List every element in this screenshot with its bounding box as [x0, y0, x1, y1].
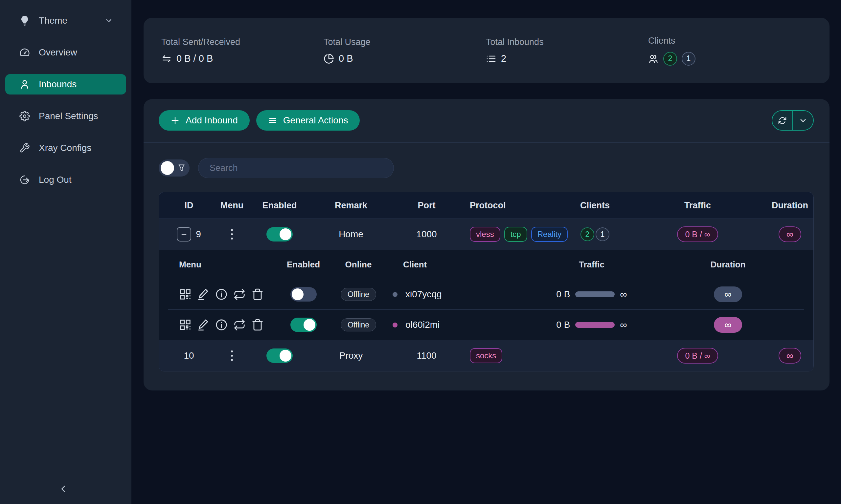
client-row-ol60i2mi: Offline ol60i2mi 0 B ∞ ∞ [159, 310, 813, 340]
duration-pill: ∞ [778, 348, 801, 363]
inbounds-card: Add Inbound General Actions [143, 99, 829, 391]
online-status-badge: Offline [341, 288, 376, 301]
inbound-enabled-toggle[interactable] [267, 348, 293, 363]
col-header-traffic: Traffic [630, 200, 766, 211]
info-icon[interactable] [215, 288, 228, 301]
toggle-knob [161, 161, 174, 175]
chevron-left-icon [58, 483, 69, 494]
reset-traffic-icon[interactable] [233, 288, 246, 301]
general-actions-button[interactable]: General Actions [256, 110, 360, 131]
delete-icon[interactable] [251, 319, 264, 331]
sidebar-item-label: Inbounds [39, 79, 76, 90]
protocol-badge-vless: vless [470, 227, 500, 242]
col-header-remark: Remark [314, 200, 388, 211]
stat-value: 0 B [339, 53, 353, 64]
inbound-id: 9 [196, 229, 201, 239]
sidebar-item-inbounds[interactable]: Inbounds [5, 74, 126, 94]
stat-total-sent-received: Total Sent/Received 0 B / 0 B [161, 37, 324, 64]
search-input[interactable] [198, 158, 394, 178]
stat-label: Clients [648, 36, 810, 46]
col-header-duration: Duration [766, 200, 814, 211]
inbounds-table: ID Menu Enabled Remark Port Protocol Cli… [159, 192, 814, 372]
subcol-header-enabled: Enabled [278, 259, 329, 270]
client-enabled-toggle[interactable] [290, 287, 317, 302]
row-menu-button[interactable] [228, 348, 236, 363]
refresh-options-button[interactable] [793, 111, 813, 130]
delete-icon[interactable] [251, 288, 264, 301]
edit-icon[interactable] [197, 288, 210, 301]
clients-active-badge: 2 [581, 228, 594, 241]
main-content: Total Sent/Received 0 B / 0 B Total Usag… [132, 0, 841, 504]
subcol-header-duration: Duration [680, 259, 776, 270]
inbound-enabled-toggle[interactable] [267, 227, 293, 241]
subcol-header-menu: Menu [159, 259, 278, 270]
sidebar-item-log-out[interactable]: Log Out [5, 169, 126, 190]
sidebar-item-overview[interactable]: Overview [5, 42, 126, 63]
sidebar: Theme Overview Inbounds [0, 0, 132, 504]
table-header-row: ID Menu Enabled Remark Port Protocol Cli… [159, 192, 813, 218]
reset-traffic-icon[interactable] [233, 319, 246, 331]
toolbar: Add Inbound General Actions [143, 110, 829, 131]
filter-funnel-icon [177, 164, 186, 172]
gear-icon [19, 111, 30, 121]
stat-clients: Clients 2 1 [648, 36, 810, 66]
traffic-progress-bar [575, 322, 615, 328]
add-inbound-button[interactable]: Add Inbound [159, 110, 250, 131]
inbound-port: 1100 [388, 350, 465, 361]
traffic-progress-bar [575, 291, 615, 297]
stats-card: Total Sent/Received 0 B / 0 B Total Usag… [143, 18, 829, 83]
plus-icon [171, 116, 180, 125]
inbound-remark: Home [314, 229, 388, 239]
row-menu-button[interactable] [228, 227, 236, 242]
people-icon [648, 53, 659, 64]
col-header-protocol: Protocol [465, 200, 561, 211]
qr-code-icon[interactable] [179, 288, 191, 301]
sidebar-item-label: Log Out [39, 175, 72, 185]
edit-icon[interactable] [197, 319, 210, 331]
inbound-id: 10 [159, 350, 219, 361]
filter-toggle[interactable] [159, 160, 190, 177]
inbound-row-9: 9 Home 1000 vless tcp Reality 2 1 [159, 218, 813, 250]
qr-code-icon[interactable] [179, 319, 191, 331]
info-icon[interactable] [215, 319, 228, 331]
sidebar-item-label: Overview [39, 47, 77, 58]
col-header-menu: Menu [219, 200, 245, 211]
duration-pill: ∞ [714, 286, 742, 302]
wrench-icon [19, 143, 30, 153]
col-header-clients: Clients [561, 200, 630, 211]
client-enabled-toggle[interactable] [290, 318, 317, 332]
chevron-down-icon [104, 16, 113, 25]
refresh-split-button [772, 110, 814, 131]
protocol-badge-tcp: tcp [504, 227, 527, 242]
search-row [143, 143, 829, 178]
sidebar-collapse-button[interactable] [56, 482, 71, 496]
person-icon [19, 79, 30, 90]
clients-active-badge: 2 [663, 52, 677, 66]
transfer-arrows-icon [161, 53, 172, 64]
sidebar-item-xray-configs[interactable]: Xray Configs [5, 138, 126, 158]
sidebar-item-panel-settings[interactable]: Panel Settings [5, 106, 126, 126]
subcol-header-online: Online [329, 259, 388, 270]
collapse-row-button[interactable] [177, 227, 191, 241]
traffic-used: 0 B [556, 320, 570, 330]
subtable-header-row: Menu Enabled Online Client Traffic Durat… [159, 250, 813, 279]
lightbulb-icon [19, 15, 30, 26]
refresh-button[interactable] [772, 111, 793, 130]
sidebar-item-label: Xray Configs [39, 143, 91, 153]
client-color-dot [393, 323, 397, 327]
traffic-used: 0 B [556, 289, 570, 300]
online-status-badge: Offline [341, 318, 376, 331]
stat-label: Total Usage [324, 37, 486, 47]
pie-chart-icon [324, 53, 334, 64]
clients-total-badge: 1 [682, 52, 696, 66]
inbound-remark: Proxy [314, 350, 388, 361]
sidebar-item-theme[interactable]: Theme [5, 11, 126, 31]
client-name: xi07ycqg [406, 289, 442, 300]
stat-value: 2 [501, 53, 506, 64]
protocol-badge-socks: socks [470, 348, 502, 363]
stat-total-usage: Total Usage 0 B [324, 37, 486, 64]
refresh-icon [778, 116, 787, 125]
minus-icon [181, 231, 188, 238]
list-icon [486, 53, 496, 64]
sidebar-nav: Theme Overview Inbounds [0, 0, 132, 190]
